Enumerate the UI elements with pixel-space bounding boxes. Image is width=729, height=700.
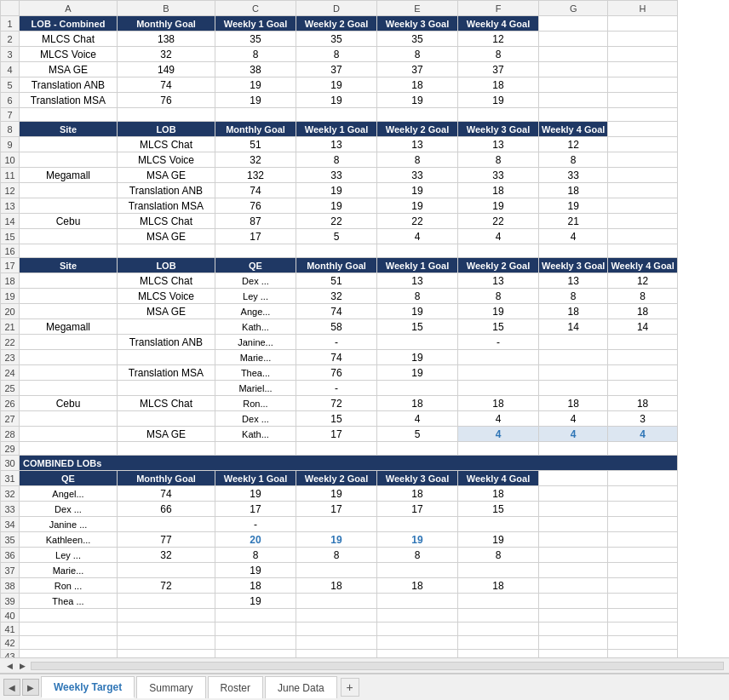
app-container: A B C D E F G H 1 LOB - Combined [0,0,729,700]
tab-bar: ◀ ▶ Weekly Target Summary Roster June Da… [0,673,729,700]
table-row: 28 MSA GE Kath... 17 5 4 4 4 [1,427,678,442]
table-row: 19 MLCS Voice Ley ... 32 8 8 8 8 [1,289,678,304]
tab-weekly-target-label: Weekly Target [54,681,122,693]
table-row: 20 MSA GE Ange... 74 19 19 18 18 [1,304,678,319]
col-header-E[interactable]: E [377,1,458,16]
spreadsheet-area: A B C D E F G H 1 LOB - Combined [0,0,729,657]
table-row: 37 Marie... 19 [1,563,678,578]
table-row: 8 Site LOB Monthly Goal Weekly 1 Goal We… [1,122,678,137]
table-row: 16 [1,244,678,258]
add-sheet-button[interactable]: + [341,678,359,697]
corner-cell [1,1,20,16]
table-row: 3 MLCS Voice 32 8 8 8 8 [1,47,678,62]
table-row: 15 MSA GE 17 5 4 4 4 [1,229,678,244]
tab-summary[interactable]: Summary [136,676,205,698]
table-row: 40 [1,609,678,623]
table-row: 14 Cebu MLCS Chat 87 22 22 22 21 [1,214,678,229]
table-row: 17 Site LOB QE Monthly Goal Weekly 1 Goa… [1,258,678,273]
table-row: 12 Translation ANB 74 19 19 18 18 [1,183,678,198]
tab-roster[interactable]: Roster [208,676,263,698]
tab-june-data-label: June Data [278,682,324,694]
table-row: 11 Megamall MSA GE 132 33 33 33 33 [1,168,678,183]
col-header-H[interactable]: H [608,1,677,16]
tab-roster-label: Roster [221,682,250,694]
col-header-G[interactable]: G [539,1,608,16]
table-row: 30 COMBINED LOBs [1,456,678,471]
table-row: 23 Marie... 74 19 [1,350,678,365]
tab-weekly-target[interactable]: Weekly Target [41,676,135,698]
col-header-F[interactable]: F [458,1,539,16]
table-row: 1 LOB - Combined Monthly Goal Weekly 1 G… [1,16,678,32]
table-row: 36 Ley ... 32 8 8 8 8 [1,548,678,563]
table-row: 7 [1,108,678,122]
lob-combined-header: LOB - Combined [20,16,118,32]
table-row: 39 Thea ... 19 [1,594,678,609]
table-row: 27 Dex ... 15 4 4 4 3 [1,411,678,427]
tab-scroll-left[interactable]: ◀ [3,679,20,696]
tab-summary-label: Summary [149,682,192,694]
scroll-right-btn[interactable]: ▶ [16,662,29,670]
scroll-track[interactable] [31,662,724,670]
table-row: 35 Kathleen... 77 20 19 19 19 [1,532,678,548]
table-row: 34 Janine ... - [1,517,678,532]
tab-june-data[interactable]: June Data [265,676,337,698]
col-header-C[interactable]: C [215,1,296,16]
table-row: 5 Translation ANB 74 19 19 18 18 [1,77,678,93]
table-row: 38 Ron ... 72 18 18 18 18 [1,578,678,594]
table-row: 26 Cebu MLCS Chat Ron... 72 18 18 18 18 [1,396,678,411]
horizontal-scrollbar[interactable]: ◀ ▶ [0,657,729,673]
scroll-left-btn[interactable]: ◀ [3,662,16,670]
table-row: 2 MLCS Chat 138 35 35 35 12 [1,32,678,47]
table-row: 43 [1,650,678,658]
table-row: 13 Translation MSA 76 19 19 19 19 [1,198,678,214]
table-row: 22 Translation ANB Janine... - - [1,335,678,350]
table-row: 4 MSA GE 149 38 37 37 37 [1,62,678,77]
table-row: 21 Megamall Kath... 58 15 15 14 14 [1,319,678,335]
spreadsheet-scroll[interactable]: A B C D E F G H 1 LOB - Combined [0,0,729,657]
table-row: 31 QE Monthly Goal Weekly 1 Goal Weekly … [1,471,678,486]
col-header-A[interactable]: A [20,1,118,16]
table-row: 24 Translation MSA Thea... 76 19 [1,365,678,381]
table-row: 9 MLCS Chat 51 13 13 13 12 [1,137,678,152]
spreadsheet-table: A B C D E F G H 1 LOB - Combined [0,0,678,657]
col-header-D[interactable]: D [296,1,377,16]
table-row: 32 Angel... 74 19 19 18 18 [1,486,678,502]
tab-scroll-right[interactable]: ▶ [22,679,39,696]
combined-lobs-header: COMBINED LOBs [20,456,678,471]
col-header-B[interactable]: B [118,1,215,16]
table-row: 29 [1,442,678,456]
table-row: 33 Dex ... 66 17 17 17 15 [1,502,678,517]
table-row: 10 MLCS Voice 32 8 8 8 8 [1,152,678,168]
table-row: 42 [1,636,678,650]
table-row: 18 MLCS Chat Dex ... 51 13 13 13 12 [1,273,678,289]
table-row: 25 Mariel... - [1,381,678,396]
table-row: 41 [1,623,678,636]
table-row: 6 Translation MSA 76 19 19 19 19 [1,93,678,108]
